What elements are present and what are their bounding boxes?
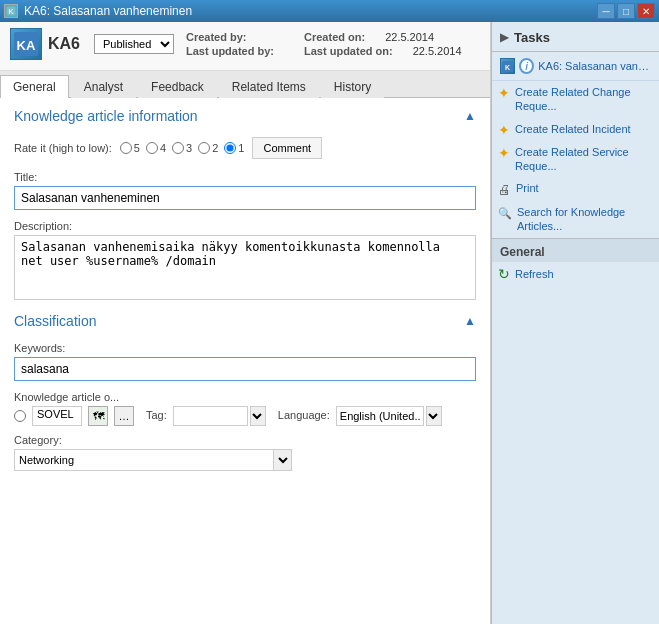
label-2: 2	[212, 142, 218, 154]
ka-origin-value: SOVEL	[32, 406, 82, 426]
svg-text:KA: KA	[17, 38, 36, 53]
task-label-print: Print	[516, 181, 539, 195]
task-refresh[interactable]: ↻ Refresh	[492, 262, 659, 286]
category-dropdown[interactable]: Networking	[274, 449, 292, 471]
section-title-classification: Classification	[14, 313, 96, 329]
section-header-classification: Classification ▲	[14, 313, 476, 332]
tag-label: Tag:	[146, 409, 167, 421]
task-label-create-service: Create Related Service Reque...	[515, 145, 653, 174]
refresh-icon: ↻	[498, 266, 510, 282]
header-meta: Created by: Last updated by: Created on:…	[186, 31, 462, 57]
dates-meta: Created on: 22.5.2014 Last updated on: 2…	[304, 31, 462, 57]
radio-3[interactable]	[172, 142, 184, 154]
task-create-incident[interactable]: ✦ Create Related Incident	[492, 118, 659, 141]
rating-4: 4	[146, 142, 166, 154]
label-1: 1	[238, 142, 244, 154]
tasks-label: Tasks	[514, 30, 550, 45]
last-updated-on-label: Last updated on:	[304, 45, 393, 57]
section-title-ka-info: Knowledge article information	[14, 108, 198, 124]
label-4: 4	[160, 142, 166, 154]
star-icon: ✦	[498, 86, 510, 100]
rating-row: Rate it (high to low): 5 4 3 2	[14, 137, 476, 159]
tab-general[interactable]: General	[0, 75, 69, 98]
keywords-input[interactable]	[14, 357, 476, 381]
ka-origin-group: Knowledge article o... SOVEL 🗺 … Tag:	[14, 391, 476, 426]
tabs: General Analyst Feedback Related Items H…	[0, 71, 490, 98]
description-label: Description:	[14, 220, 476, 232]
description-wrap: Salasanan vanhenemisaika näkyy komentoik…	[14, 235, 476, 303]
tasks-ka-icon: K	[500, 58, 515, 74]
tasks-general-header: General	[492, 238, 659, 262]
comment-button[interactable]: Comment	[252, 137, 322, 159]
tab-analyst[interactable]: Analyst	[71, 75, 136, 98]
ka-icon: KA	[10, 28, 42, 60]
keywords-label: Keywords:	[14, 342, 476, 354]
task-search-ka[interactable]: 🔍 Search for Knowledge Articles...	[492, 201, 659, 238]
tag-input-wrap	[173, 406, 266, 426]
ka-origin-row: SOVEL 🗺 … Tag: Lan	[14, 406, 476, 426]
tasks-ka-title[interactable]: KA6: Salasanan vanhe...	[538, 60, 651, 72]
language-label: Language:	[278, 409, 330, 421]
label-5: 5	[134, 142, 140, 154]
close-button[interactable]: ✕	[637, 3, 655, 19]
section-header-ka-info: Knowledge article information ▲	[14, 108, 476, 127]
language-group: Language:	[278, 409, 330, 424]
minimize-button[interactable]: ─	[597, 3, 615, 19]
title-field-group: Title:	[14, 171, 476, 210]
restore-button[interactable]: □	[617, 3, 635, 19]
ka-origin-more-btn[interactable]: …	[114, 406, 134, 426]
rating-2: 2	[198, 142, 218, 154]
radio-4[interactable]	[146, 142, 158, 154]
date-row1: Created on: 22.5.2014	[304, 31, 462, 43]
keywords-field-group: Keywords:	[14, 342, 476, 381]
radio-5[interactable]	[120, 142, 132, 154]
classification-section: Classification ▲ Keywords: Knowledge art…	[14, 313, 476, 471]
ka-origin-radio[interactable]	[14, 410, 26, 422]
app-icon: K	[4, 4, 18, 18]
task-create-change[interactable]: ✦ Create Related Change Reque...	[492, 81, 659, 118]
radio-1[interactable]	[224, 142, 236, 154]
task-print[interactable]: 🖨 Print	[492, 177, 659, 201]
tag-dropdown[interactable]	[250, 406, 266, 426]
label-3: 3	[186, 142, 192, 154]
tag-input[interactable]	[173, 406, 248, 426]
title-input[interactable]	[14, 186, 476, 210]
title-label: Title:	[14, 171, 476, 183]
tab-related-items[interactable]: Related Items	[219, 75, 319, 98]
category-input[interactable]	[14, 449, 274, 471]
language-input[interactable]	[336, 406, 424, 426]
tab-feedback[interactable]: Feedback	[138, 75, 217, 98]
title-bar: K KA6: Salasanan vanheneminen ─ □ ✕	[0, 0, 659, 22]
rating-1: 1	[224, 142, 244, 154]
status-dropdown[interactable]: Published Draft Archived	[94, 34, 174, 54]
tab-history[interactable]: History	[321, 75, 384, 98]
category-field-group: Category: Networking	[14, 434, 476, 471]
ka-origin-map-icon[interactable]: 🗺	[88, 406, 108, 426]
section-chevron-ka-info[interactable]: ▲	[464, 109, 476, 123]
star-icon-2: ✦	[498, 123, 510, 137]
date-row2: Last updated on: 22.5.2014	[304, 45, 462, 57]
search-icon: 🔍	[498, 207, 512, 220]
svg-text:K: K	[505, 64, 510, 71]
content-area: Knowledge article information ▲ Rate it …	[0, 98, 490, 624]
window-title: KA6: Salasanan vanheneminen	[24, 4, 192, 18]
ka-origin-label: Knowledge article o...	[14, 391, 476, 403]
description-textarea[interactable]: Salasanan vanhenemisaika näkyy komentoik…	[14, 235, 476, 300]
created-on-label: Created on:	[304, 31, 365, 43]
rating-5: 5	[120, 142, 140, 154]
last-updated-by-label: Last updated by:	[186, 45, 274, 57]
rating-3: 3	[172, 142, 192, 154]
task-create-service[interactable]: ✦ Create Related Service Reque...	[492, 141, 659, 178]
language-dropdown[interactable]: English (United States) Finnish	[426, 406, 442, 426]
tasks-arrow-icon: ▶	[500, 31, 508, 44]
rating-options: 5 4 3 2 1	[120, 142, 245, 154]
left-panel: KA KA6 Published Draft Archived Cre	[0, 22, 491, 624]
radio-2[interactable]	[198, 142, 210, 154]
task-label-create-change: Create Related Change Reque...	[515, 85, 653, 114]
svg-text:K: K	[8, 7, 14, 16]
header-row1: KA KA6 Published Draft Archived Cre	[10, 28, 480, 60]
task-label-search: Search for Knowledge Articles...	[517, 205, 653, 234]
section-chevron-classification[interactable]: ▲	[464, 314, 476, 328]
main-layout: KA KA6 Published Draft Archived Cre	[0, 22, 659, 624]
right-panel: ▶ Tasks K i KA6: Salasanan vanhe... ✦ Cr…	[491, 22, 659, 624]
